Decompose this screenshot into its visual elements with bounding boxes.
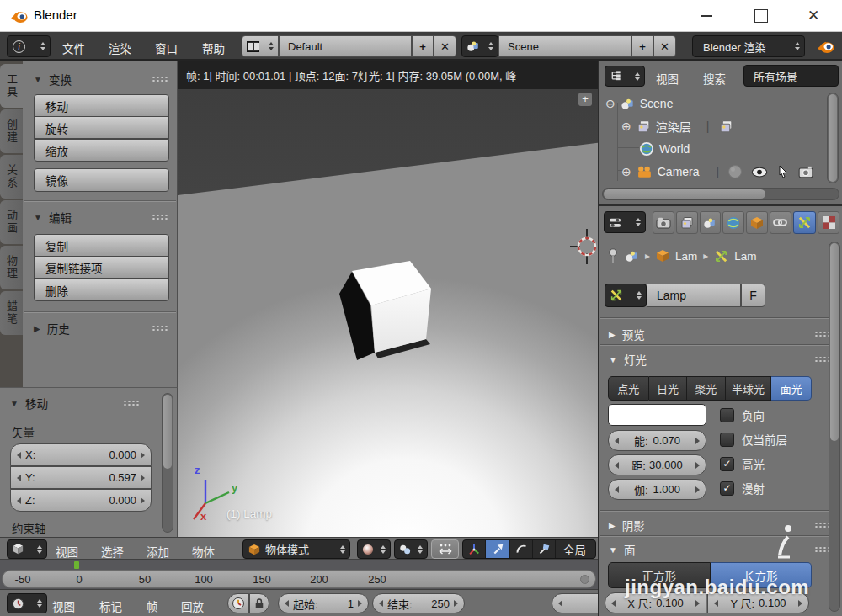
tab-create[interactable]: 创建 (0, 109, 23, 153)
checkbox[interactable] (720, 433, 734, 447)
expand-circle-icon[interactable]: ⊕ (621, 165, 632, 178)
tab-physics[interactable]: 物理 (0, 246, 23, 289)
selectable-cursor-icon[interactable] (778, 165, 788, 178)
add-menu[interactable]: 添加 (147, 543, 169, 560)
tab-object[interactable] (746, 211, 768, 234)
increment-arrow-icon[interactable] (695, 438, 700, 444)
vector-z-field[interactable]: Z:0.000 (10, 489, 152, 512)
snap-toggle[interactable] (431, 539, 459, 559)
editor-type-selector[interactable]: i (7, 35, 51, 57)
manipulator-rotate-toggle[interactable] (510, 540, 533, 558)
region-border-vertical[interactable] (598, 61, 599, 616)
region-border-horizontal[interactable] (0, 560, 598, 560)
tab-relations[interactable]: 关系 (0, 155, 23, 199)
tab-animation[interactable]: 动画 (0, 200, 23, 244)
gamma-slider[interactable]: 伽:1.000 (608, 479, 706, 500)
tab-render-layers[interactable] (676, 211, 698, 234)
render-engine-dropdown[interactable]: Blender 渲染 (692, 35, 805, 57)
preview-panel-header[interactable]: ▶ 预览 (609, 326, 831, 343)
expand-circle-icon[interactable]: ⊕ (621, 119, 632, 133)
outliner-filter-dropdown[interactable]: 所有场景 (743, 65, 839, 87)
item-label[interactable]: Camera (658, 165, 700, 178)
toolshelf-scrollbar[interactable] (162, 393, 173, 533)
layout-add-button[interactable]: + (412, 35, 434, 57)
current-frame-field[interactable] (552, 593, 598, 613)
scene-browse-button[interactable] (461, 35, 498, 57)
this-layer-only-checkbox-row[interactable]: 仅当前层 (720, 431, 787, 448)
energy-slider[interactable]: 能:0.070 (608, 430, 706, 451)
increment-arrow-icon[interactable] (798, 600, 802, 607)
lamp-type-sun[interactable]: 日光 (649, 376, 687, 401)
scrollbar-thumb[interactable] (829, 94, 837, 182)
timeline-view-menu[interactable]: 视图 (52, 597, 75, 614)
specular-checkbox-row[interactable]: ✓ 高光 (720, 455, 765, 472)
size-x-field[interactable]: X 尺:0.100 (605, 592, 706, 613)
lamp-type-area[interactable]: 面光 (771, 376, 812, 401)
manipulator-scale-toggle[interactable] (533, 540, 556, 558)
tab-constraints[interactable] (770, 211, 791, 234)
outliner-row-camera[interactable]: ⊕ Camera | (621, 161, 840, 183)
outliner-row-scene[interactable]: ⊖ Scene (605, 93, 841, 114)
timeline-ruler-area[interactable]: -50 0 50 100 150 200 250 (0, 560, 598, 589)
layout-browse-button[interactable] (242, 35, 279, 57)
pin-icon[interactable] (607, 248, 619, 263)
scene-add-button[interactable]: + (632, 35, 653, 57)
item-label[interactable]: World (659, 142, 690, 156)
outliner-view-menu[interactable]: 视图 (656, 70, 679, 87)
panel-grip-icon[interactable] (123, 400, 140, 406)
editor-type-timeline[interactable] (7, 593, 47, 613)
properties-vscrollbar[interactable] (829, 242, 840, 612)
tab-render[interactable] (653, 211, 674, 234)
breadcrumb-object-label[interactable]: Lam (675, 250, 697, 263)
size-y-field[interactable]: Y 尺:0.100 (707, 592, 809, 613)
maximize-button[interactable] (754, 9, 768, 23)
manipulator-axes-toggle[interactable] (463, 540, 485, 558)
scene-delete-button[interactable]: ✕ (653, 35, 676, 57)
frame-start-field[interactable]: 起始:1 (278, 593, 369, 613)
layout-delete-button[interactable]: ✕ (434, 35, 456, 57)
menu-file[interactable]: 文件 (62, 40, 85, 56)
tab-tools[interactable]: 工具 (0, 64, 23, 108)
frame-end-field[interactable]: 结束:250 (372, 593, 465, 613)
timeline-frame-menu[interactable]: 帧 (147, 597, 158, 614)
outliner-row-renderlayers[interactable]: ⊕ 渲染层 | (621, 115, 840, 137)
vector-y-field[interactable]: Y:0.597 (10, 466, 152, 489)
pivot-dropdown[interactable] (394, 539, 428, 559)
scrollbar-thumb[interactable] (163, 395, 172, 469)
object-cube-icon[interactable] (656, 249, 669, 263)
increment-arrow-icon[interactable] (141, 497, 145, 504)
lamp-panel-header[interactable]: ▼ 灯光 (609, 351, 831, 368)
checkbox[interactable] (720, 408, 734, 422)
editor-type-outliner[interactable] (605, 66, 645, 87)
shape-rectangle-button[interactable]: 长方形 (711, 562, 813, 588)
collapse-circle-icon[interactable]: ⊖ (605, 97, 616, 110)
menu-render[interactable]: 渲染 (109, 40, 131, 56)
tab-world[interactable] (722, 211, 744, 234)
checkbox-checked[interactable]: ✓ (720, 457, 734, 471)
current-frame-marker[interactable] (74, 561, 79, 569)
timeline-ruler[interactable]: -50 0 50 100 150 200 250 (2, 570, 596, 588)
layout-name-field[interactable]: Default (279, 35, 412, 57)
increment-arrow-icon[interactable] (358, 600, 362, 607)
lamp-type-spot[interactable]: 聚光 (687, 376, 725, 401)
mode-dropdown[interactable]: 物体模式 (242, 539, 350, 559)
editor-type-properties[interactable] (604, 211, 646, 233)
increment-arrow-icon[interactable] (695, 600, 700, 607)
tab-scene[interactable] (700, 211, 722, 234)
duplicate-linked-button[interactable]: 复制链接项 (34, 256, 169, 279)
vector-x-field[interactable]: X:0.000 (10, 443, 152, 466)
area-panel-header[interactable]: ▼ 面 (609, 541, 831, 558)
object-menu[interactable]: 物体 (192, 543, 215, 560)
negative-checkbox-row[interactable]: 负向 (720, 406, 765, 423)
panel-grip-icon[interactable] (152, 76, 168, 82)
lamp-color-swatch[interactable] (608, 404, 706, 426)
outliner-vscrollbar[interactable] (827, 93, 839, 183)
transform-panel-header[interactable]: ▼ 变换 (34, 71, 168, 88)
increment-arrow-icon[interactable] (454, 600, 458, 607)
lamp-type-hemi[interactable]: 半球光 (726, 376, 772, 401)
menu-window[interactable]: 窗口 (155, 40, 178, 56)
scale-button[interactable]: 缩放 (34, 139, 169, 162)
edit-panel-header[interactable]: ▼ 编辑 (34, 209, 168, 226)
timeline-marker-menu[interactable]: 标记 (99, 597, 122, 614)
select-menu[interactable]: 选择 (101, 543, 124, 560)
